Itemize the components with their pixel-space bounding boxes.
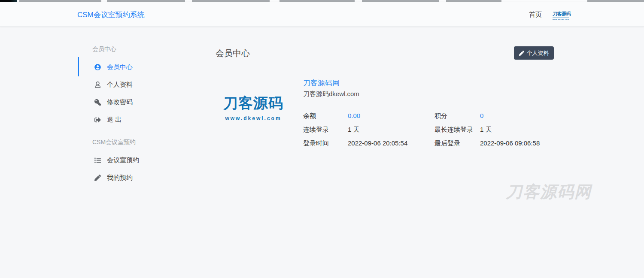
last-login-label: 最后登录 [434, 139, 480, 148]
last-login-value: 2022-09-06 09:06:58 [480, 139, 540, 148]
pencil-icon [519, 51, 524, 56]
login-time-label: 登录时间 [303, 139, 348, 148]
sidebar-item-my-bookings[interactable]: 我的预约 [94, 172, 133, 183]
nav-item-home[interactable]: 首页 [529, 11, 542, 19]
list-icon [94, 157, 101, 163]
info-row-login-time: 登录时间 2022-09-06 20:05:54 最后登录 2022-09-06… [303, 139, 540, 148]
sidebar-item-label: 会议室预约 [107, 156, 139, 164]
points-label: 积分 [434, 112, 480, 120]
sidebar-item-logout[interactable]: 退 出 [94, 114, 122, 125]
max-streak-value: 1 天 [480, 126, 492, 134]
sidebar-item-profile[interactable]: 个人资料 [94, 79, 133, 90]
profile-name-link[interactable]: 刀客源码网 [303, 78, 340, 88]
streak-label: 连续登录 [303, 126, 348, 134]
balance-label: 余额 [303, 112, 348, 120]
header: CSM会议室预约系统 首页 刀客源码 www.dkewl.com [0, 2, 644, 27]
login-time-value: 2022-09-06 20:05:54 [348, 139, 434, 148]
key-icon [94, 99, 101, 106]
profile-subtitle: 刀客源码dkewl.com [303, 90, 359, 98]
sidebar-item-label: 个人资料 [107, 81, 133, 89]
edit-profile-button[interactable]: 个人资料 [514, 46, 554, 60]
page: CSM会议室预约系统 首页 刀客源码 www.dkewl.com 会员中心 会员… [0, 0, 644, 278]
page-title: 会员中心 [216, 48, 250, 59]
max-streak-label: 最长连续登录 [434, 126, 480, 134]
points-value[interactable]: 0 [480, 112, 483, 120]
active-item-indicator [78, 57, 79, 76]
user-circle-icon [94, 63, 101, 70]
sidebar-item-change-password[interactable]: 修改密码 [94, 97, 133, 108]
site-brand[interactable]: CSM会议室预约系统 [77, 10, 145, 20]
nav-logo[interactable]: 刀客源码 www.dkewl.com [553, 11, 569, 21]
sidebar-item-room-booking[interactable]: 会议室预约 [94, 154, 139, 166]
sidebar-item-label: 退 出 [107, 116, 122, 124]
sign-out-icon [94, 116, 101, 123]
info-row-balance-points: 余额 0.00 积分 0 [303, 112, 483, 120]
sidebar-item-member-center[interactable]: 会员中心 [94, 61, 133, 73]
sidebar-section-heading-csm: CSM会议室预约 [92, 139, 136, 146]
avatar: 刀客源码 www.dkewl.com [217, 94, 290, 121]
sidebar-item-label: 修改密码 [107, 98, 133, 106]
streak-value: 1 天 [348, 126, 434, 134]
user-icon [94, 81, 101, 88]
avatar-logo-text: 刀客源码 [217, 94, 290, 113]
sidebar-section-heading-member: 会员中心 [92, 45, 116, 53]
edit-profile-button-label: 个人资料 [527, 49, 549, 57]
watermark: 刀客源码网 [506, 181, 592, 203]
sidebar-item-label: 我的预约 [107, 174, 133, 182]
nav-logo-subtext: www.dkewl.com [553, 18, 569, 21]
avatar-logo-subtext: www.dkewl.com [217, 115, 290, 121]
sidebar-item-label: 会员中心 [107, 63, 133, 71]
pencil-icon [94, 174, 101, 181]
info-row-login-streak: 连续登录 1 天 最长连续登录 1 天 [303, 126, 492, 134]
nav-logo-text: 刀客源码 [553, 11, 569, 17]
balance-value[interactable]: 0.00 [348, 112, 434, 120]
